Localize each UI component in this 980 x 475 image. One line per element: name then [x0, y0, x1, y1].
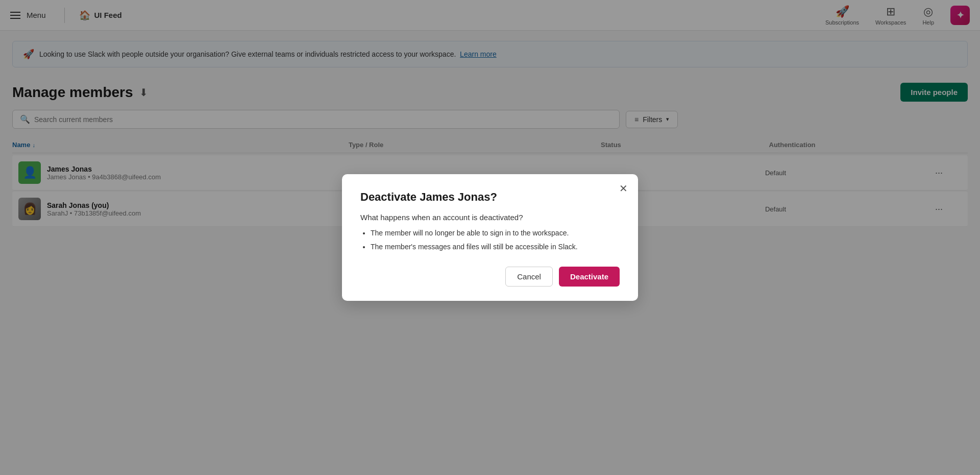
deactivate-modal: ✕ Deactivate James Jonas? What happens w…	[342, 174, 638, 301]
modal-actions: Cancel Deactivate	[360, 267, 620, 287]
modal-close-button[interactable]: ✕	[619, 182, 628, 195]
deactivate-button[interactable]: Deactivate	[559, 267, 620, 287]
cancel-button[interactable]: Cancel	[505, 267, 553, 287]
modal-bullets: The member will no longer be able to sig…	[360, 228, 620, 252]
bullet-item: The member will no longer be able to sig…	[371, 228, 620, 239]
modal-question: What happens when an account is deactiva…	[360, 213, 620, 222]
modal-title: Deactivate James Jonas?	[360, 191, 620, 204]
bullet-item: The member's messages and files will sti…	[371, 242, 620, 252]
modal-overlay: ✕ Deactivate James Jonas? What happens w…	[0, 0, 980, 475]
